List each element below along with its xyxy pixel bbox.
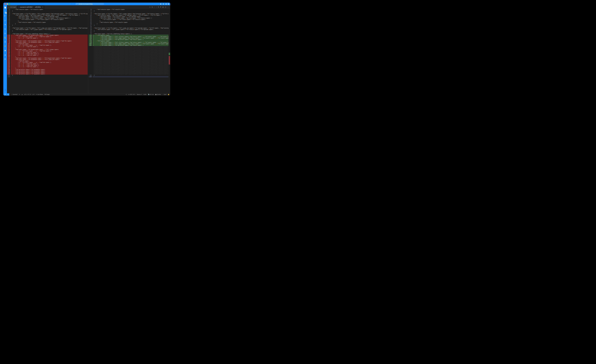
settings-gear-icon[interactable]: ⚙ <box>4 93 7 96</box>
gitgraph-button[interactable]: Git Graph <box>45 94 50 95</box>
toggle-inline-icon[interactable]: ▤ <box>162 6 164 8</box>
command-center[interactable]: 🔍 functional-programming <box>75 3 104 5</box>
prev-change-icon[interactable]: ↑ <box>154 6 155 8</box>
bolt-icon[interactable]: ⚡ <box>4 45 7 47</box>
branch-icon: ⎇ <box>11 94 13 95</box>
git-graph-icon: ⎇ <box>8 7 9 8</box>
minimize-window-button[interactable] <box>7 3 8 5</box>
diff-right-pane[interactable]: 7677787980818283848586878889909192939495… <box>89 9 170 93</box>
kotlin-icon: K <box>18 7 19 8</box>
editor-actions: ▷ ⧉ ↑ ↓ ⇅ ⁋ ▤ ◫ ⋯ <box>149 5 170 9</box>
tab-label: Git Graph <box>10 6 16 8</box>
run-icon[interactable]: ▷ <box>149 6 150 8</box>
panel-right-icon[interactable]: ◨ <box>165 3 166 5</box>
titlebar-center: ← → 🔍 functional-programming <box>70 3 104 5</box>
left-code[interactable]: ="kw">return</span> ="fn">result</span>}… <box>12 9 88 93</box>
spell-icon: ✓ <box>163 94 164 95</box>
more-icon[interactable]: ⋯ <box>167 6 169 8</box>
titlebar: ← → 🔍 functional-programming ◧ ▥ ◨ ▦ <box>3 3 170 5</box>
docker-icon[interactable]: ▣ <box>4 49 7 52</box>
branch-indicator[interactable]: ⎇develop* <box>11 94 18 95</box>
extensions-icon[interactable]: ⊞ <box>4 58 7 60</box>
left-line-numbers: 7677787980818283848586878889909192939495… <box>7 9 11 93</box>
close-icon[interactable]: ✕ <box>42 6 43 8</box>
tab-label: example.kt (af01900c^ ↔ af01900c) <box>20 6 41 8</box>
remote-icon[interactable]: ⊕ <box>4 28 7 30</box>
search-icon: 🔍 <box>76 3 78 5</box>
flame-icon: ψ <box>33 94 33 95</box>
next-change-icon[interactable]: ↓ <box>156 6 157 8</box>
traffic-lights <box>5 3 10 5</box>
problems-indicator[interactable]: ⊘0 ⚠0 ⓘ0 <box>24 94 31 95</box>
liveshare-icon: ⮂ <box>36 94 37 95</box>
broadcast-icon: 📡 <box>148 94 149 95</box>
info-icon: ⓘ <box>29 94 30 95</box>
sync-button[interactable]: ⟳ <box>19 94 20 95</box>
split-icon[interactable]: ◫ <box>165 6 166 8</box>
testing-icon[interactable]: ⚗ <box>4 23 7 26</box>
toggle-whitespace-icon[interactable]: ⁋ <box>160 6 161 8</box>
spell-button[interactable]: ✓Spell <box>163 94 166 95</box>
app-window: ← → 🔍 functional-programming ◧ ▥ ◨ ▦ 📄 ⎇… <box>3 3 170 96</box>
right-line-numbers: 7677787980818283848586878889909192939495… <box>89 9 92 93</box>
golive-button[interactable]: 📡Go Live <box>148 94 154 95</box>
tab-git-graph[interactable]: ⎇ Git Graph <box>7 5 17 9</box>
body: 📄 ⎇87 🔍 ▷ ⚗ ⊕ ◎ 🐍 ☰ ⚡ ▣ ☁ ⊞ 👤 ⚙ ⎇ Git Gr… <box>3 5 170 96</box>
source-control-icon[interactable]: ⎇87 <box>4 10 7 13</box>
tab-bar: ⎇ Git Graph K example.kt (af01900c^ ↔ af… <box>7 5 170 9</box>
lint-indicator[interactable]: ψ0 <box>33 94 34 95</box>
db-icon[interactable]: ☰ <box>4 41 7 43</box>
liveshare-button[interactable]: ⮂Live Share <box>36 94 43 95</box>
nav-arrows: ← → <box>70 3 74 5</box>
accounts-icon[interactable]: 👤 <box>4 89 7 91</box>
search-icon[interactable]: 🔍 <box>4 15 7 17</box>
tab-example-kt-diff[interactable]: K example.kt (af01900c^ ↔ af01900c) ✕ <box>17 5 45 9</box>
error-icon: ⊘ <box>24 94 25 95</box>
layout-icon[interactable]: ▦ <box>168 3 169 5</box>
remote-icon: ⇋ <box>8 94 8 95</box>
main: ⎇ Git Graph K example.kt (af01900c^ ↔ af… <box>7 5 170 96</box>
quokka-icon: ⬤ <box>155 94 156 95</box>
notifications-icon[interactable]: 🔔 <box>168 94 169 95</box>
right-code[interactable]: ="kw">return</span> ="fn">result</span>}… <box>94 9 169 93</box>
titlebar-right: ◧ ▥ ◨ ▦ <box>160 3 169 5</box>
open-file-icon[interactable]: ⧉ <box>152 6 153 8</box>
right-diff-marks: ++++++++ <box>92 9 94 93</box>
cloud-button[interactable]: ☁ <box>22 94 23 95</box>
quokka-button[interactable]: ⬤Quokka <box>155 94 161 95</box>
diff-editor[interactable]: 7677787980818283848586878889909192939495… <box>7 9 170 93</box>
close-window-button[interactable] <box>5 3 6 5</box>
left-minimap[interactable] <box>88 9 89 93</box>
left-diff-marks: ---------------------------- <box>11 9 12 93</box>
diff-overview-ruler[interactable] <box>169 9 170 93</box>
indentation[interactable]: Spaces: 4 <box>137 94 142 95</box>
run-debug-icon[interactable]: ▷ <box>4 19 7 22</box>
remote-indicator[interactable]: ⇋ <box>7 93 9 96</box>
status-bar: ⇋ ⎇develop* ⟳ ☁ ⊘0 ⚠0 ⓘ0 ψ0 ⮂Live Share … <box>7 93 170 96</box>
panel-bottom-icon[interactable]: ▥ <box>163 3 164 5</box>
cloud-icon[interactable]: ☁ <box>4 53 7 56</box>
activity-bar: 📄 ⎇87 🔍 ▷ ⚗ ⊕ ◎ 🐍 ☰ ⚡ ▣ ☁ ⊞ 👤 ⚙ <box>3 5 7 96</box>
swap-icon[interactable]: ⇅ <box>158 6 159 8</box>
cursor-position[interactable]: Ln 103, Col 1 <box>128 94 135 95</box>
command-center-title: functional-programming <box>79 3 92 5</box>
explorer-icon[interactable]: 📄 <box>4 6 7 9</box>
scm-badge: 87 <box>5 12 7 14</box>
target-icon[interactable]: ◎ <box>4 32 7 35</box>
python-icon[interactable]: 🐍 <box>4 36 7 39</box>
prettier-indicator[interactable]: ⬡ <box>126 94 127 95</box>
diff-left-pane[interactable]: 7677787980818283848586878889909192939495… <box>7 9 89 93</box>
warning-icon: ⚠ <box>26 94 27 95</box>
language-mode[interactable]: Kotlin <box>143 94 147 95</box>
nav-back-button[interactable]: ← <box>70 3 71 5</box>
maximize-window-button[interactable] <box>9 3 10 5</box>
nav-forward-button[interactable]: → <box>72 3 74 5</box>
panel-left-icon[interactable]: ◧ <box>160 3 162 5</box>
